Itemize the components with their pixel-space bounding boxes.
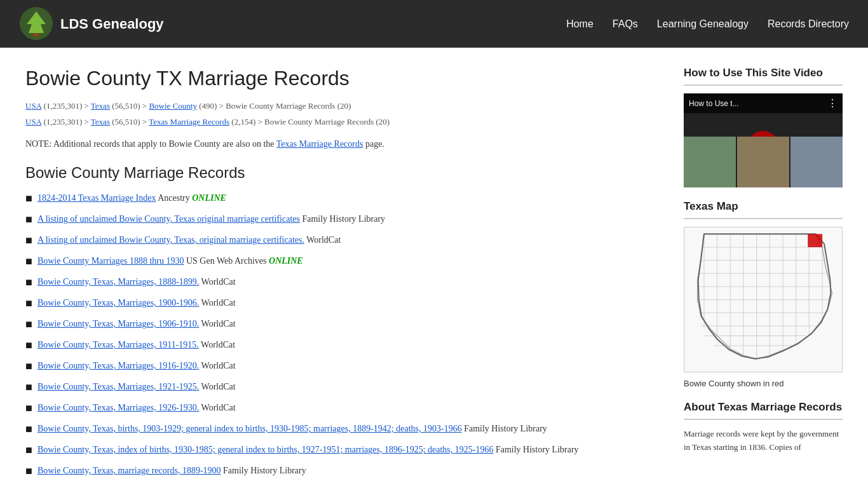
record-source-3: US Gen Web Archives <box>184 256 266 266</box>
list-item: ■1824-2014 Texas Marriage Index Ancestry… <box>25 191 658 207</box>
list-item: ■Bowie County, Texas, Marriages, 1888-18… <box>25 275 658 291</box>
breadcrumb-texas-2[interactable]: Texas <box>91 117 110 126</box>
record-link-2[interactable]: A listing of unclaimed Bowie County, Tex… <box>37 235 304 245</box>
video-title-bar: How to Use t... <box>689 99 739 108</box>
breadcrumb-2: USA (1,235,301) > Texas (56,510) > Texas… <box>25 116 658 128</box>
map-caption: Bowie County shown in red <box>684 379 843 388</box>
nav-records-directory[interactable]: Records Directory <box>768 18 849 30</box>
breadcrumb-texas-marriage-records[interactable]: Texas Marriage Records <box>149 117 229 126</box>
bullet-icon: ■ <box>25 463 32 480</box>
bullet-icon: ■ <box>25 274 32 291</box>
video-menu-icon: ⋮ <box>827 97 837 109</box>
about-divider <box>684 419 843 420</box>
record-source-10: WorldCat <box>199 403 235 412</box>
breadcrumb-bowie-county[interactable]: Bowie County <box>149 101 196 111</box>
list-item: ■Bowie County Marriages 1888 thru 1930 U… <box>25 254 658 270</box>
breadcrumb-1: USA (1,235,301) > Texas (56,510) > Bowie… <box>25 100 658 112</box>
nav-faqs[interactable]: FAQs <box>613 18 638 30</box>
logo-tree-icon <box>19 6 54 41</box>
record-link-11[interactable]: Bowie County, Texas, births, 1903-1929; … <box>37 424 462 433</box>
svg-rect-23 <box>808 234 822 247</box>
record-link-6[interactable]: Bowie County, Texas, Marriages, 1906-191… <box>37 319 199 329</box>
record-link-9[interactable]: Bowie County, Texas, Marriages, 1921-192… <box>37 382 199 391</box>
record-link-1[interactable]: A listing of unclaimed Bowie County, Tex… <box>37 214 300 224</box>
record-link-10[interactable]: Bowie County, Texas, Marriages, 1926-193… <box>37 403 199 412</box>
bullet-icon: ■ <box>25 400 32 417</box>
texas-map-container <box>684 227 843 375</box>
records-list: ■1824-2014 Texas Marriage Index Ancestry… <box>25 191 658 488</box>
nav-home[interactable]: Home <box>566 18 593 30</box>
bullet-icon: ■ <box>25 358 32 375</box>
list-item: ■Bowie County, Texas, Marriages, 1906-19… <box>25 317 658 333</box>
record-link-13[interactable]: Bowie County, Texas, marriage records, 1… <box>37 466 221 475</box>
left-column: Bowie County TX Marriage Records USA (1,… <box>25 67 658 488</box>
video-divider <box>684 85 843 86</box>
note-link[interactable]: Texas Marriage Records <box>276 139 363 149</box>
site-header: LDS Genealogy Home FAQs Learning Genealo… <box>0 0 868 48</box>
record-source-13: Family History Library <box>221 466 306 475</box>
list-item: ■Bowie County, Texas, Marriages, 1926-19… <box>25 401 658 417</box>
texas-map-svg <box>684 227 843 372</box>
record-source-5: WorldCat <box>199 298 235 308</box>
record-source-8: WorldCat <box>199 361 235 370</box>
page-title: Bowie County TX Marriage Records <box>25 67 658 90</box>
video-tile-1 <box>684 137 736 187</box>
bullet-icon: ■ <box>25 211 32 228</box>
svg-rect-2 <box>34 33 39 37</box>
list-item: ■Bowie County, Texas, Marriages, 1900-19… <box>25 296 658 312</box>
list-item: ■Bowie County, Texas, Marriages, 1921-19… <box>25 380 658 396</box>
record-source-2: WorldCat <box>304 235 341 245</box>
bullet-icon: ■ <box>25 232 32 249</box>
list-item: ■Bowie County, Texas, births, 1903-1929;… <box>25 422 658 438</box>
record-link-12[interactable]: Bowie County, Texas, index of births, 19… <box>37 445 494 454</box>
bullet-icon: ■ <box>25 337 32 354</box>
video-overlay-bar: How to Use t... ⋮ <box>684 93 843 113</box>
list-item: ■Bowie County, Texas, marriage records, … <box>25 464 658 480</box>
breadcrumb-texas-1[interactable]: Texas <box>91 101 110 111</box>
video-bg <box>684 137 843 187</box>
record-link-8[interactable]: Bowie County, Texas, Marriages, 1916-192… <box>37 361 199 370</box>
list-item: ■Bowie County, Texas, marriages Family H… <box>25 485 658 488</box>
texas-map-section: Texas Map <box>684 200 843 388</box>
map-divider <box>684 218 843 219</box>
about-text: Marriage records were kept by the govern… <box>684 428 843 454</box>
bullet-icon: ■ <box>25 253 32 270</box>
online-badge-3: ONLINE <box>267 256 303 266</box>
bullet-icon: ■ <box>25 421 32 438</box>
video-section: How to Use This Site Video How to Use t.… <box>684 67 843 187</box>
logo-area[interactable]: LDS Genealogy <box>19 6 164 41</box>
record-source-12: Family History Library <box>493 445 578 454</box>
content-area: Bowie County TX Marriage Records USA (1,… <box>0 48 868 488</box>
note-text: NOTE: Additional records that apply to B… <box>25 137 658 151</box>
breadcrumb-usa-2[interactable]: USA <box>25 117 41 126</box>
bullet-icon: ■ <box>25 316 32 333</box>
breadcrumb-usa-1[interactable]: USA <box>25 101 41 111</box>
video-thumbnail[interactable]: How to Use t... ⋮ <box>684 93 843 187</box>
record-source-7: WorldCat <box>199 340 235 349</box>
list-item: ■A listing of unclaimed Bowie County, Te… <box>25 212 658 228</box>
bullet-icon: ■ <box>25 484 32 488</box>
list-item: ■Bowie County, Texas, Marriages, 1911-19… <box>25 338 658 354</box>
list-item: ■Bowie County, Texas, Marriages, 1916-19… <box>25 359 658 375</box>
bullet-icon: ■ <box>25 295 32 312</box>
logo-text: LDS Genealogy <box>60 16 164 32</box>
online-badge-0: ONLINE <box>190 193 226 203</box>
record-link-7[interactable]: Bowie County, Texas, Marriages, 1911-191… <box>37 340 199 349</box>
record-link-3[interactable]: Bowie County Marriages 1888 thru 1930 <box>37 256 184 266</box>
record-link-5[interactable]: Bowie County, Texas, Marriages, 1900-190… <box>37 298 199 308</box>
record-source-9: WorldCat <box>199 382 235 391</box>
right-column: How to Use This Site Video How to Use t.… <box>684 67 843 488</box>
texas-map-title: Texas Map <box>684 200 843 213</box>
record-source-1: Family History Library <box>300 214 385 224</box>
main-wrapper: Bowie County TX Marriage Records USA (1,… <box>0 48 868 488</box>
record-link-4[interactable]: Bowie County, Texas, Marriages, 1888-189… <box>37 277 199 287</box>
record-link-0[interactable]: 1824-2014 Texas Marriage Index <box>37 193 156 203</box>
main-nav: Home FAQs Learning Genealogy Records Dir… <box>566 18 849 30</box>
bullet-icon: ■ <box>25 442 32 459</box>
record-source-0: Ancestry <box>156 193 189 203</box>
record-source-4: WorldCat <box>199 277 235 287</box>
bullet-icon: ■ <box>25 379 32 396</box>
about-title: About Texas Marriage Records <box>684 401 843 414</box>
nav-learning-genealogy[interactable]: Learning Genealogy <box>657 18 749 30</box>
video-tile-2 <box>737 137 789 187</box>
